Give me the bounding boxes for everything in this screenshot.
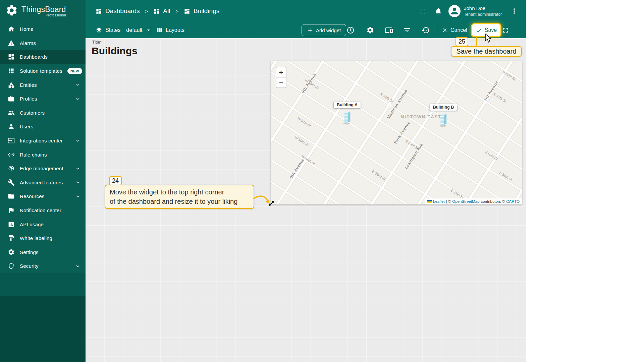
notifications-bell-icon[interactable] — [434, 7, 442, 15]
layouts-columns-icon — [156, 27, 163, 34]
dashboard-canvas: Title* Buildings W 55th St W 51st St W 5… — [86, 38, 526, 362]
map-widget[interactable]: W 55th St W 51st St W 50th St W 49th St … — [271, 61, 522, 204]
sidebar-item-label: Customers — [20, 110, 81, 116]
sidebar-item-dashboards[interactable]: Dashboards — [0, 50, 86, 64]
breadcrumb-dashboards[interactable]: Dashboards — [96, 7, 140, 15]
step-24-badge: 24 — [109, 176, 122, 185]
chevron-down-icon — [75, 138, 81, 144]
filter-icon[interactable] — [403, 26, 411, 34]
check-icon — [476, 27, 482, 34]
step-25-connector-line — [476, 36, 477, 47]
dashboards-icon — [96, 8, 102, 14]
brand-text: ThingsBoard Professional — [21, 5, 66, 17]
states-selector[interactable]: States default — [96, 27, 152, 34]
sidebar-item-users[interactable]: Users — [0, 120, 86, 134]
sidebar-item-customers[interactable]: Customers — [0, 106, 86, 120]
dashboard-title[interactable]: Buildings — [92, 45, 138, 57]
layouts-button[interactable]: Layouts — [156, 27, 184, 34]
warning-icon — [7, 39, 15, 47]
chevron-down-icon — [75, 179, 81, 185]
step-25-callout: Save the dashboard — [451, 46, 522, 57]
thingsboard-app: ThingsBoard Professional Home Alarms Das… — [0, 0, 526, 362]
brand-logo[interactable]: ThingsBoard Professional — [0, 0, 86, 22]
dashboards-icon — [184, 8, 190, 14]
zoom-out-button[interactable]: − — [276, 77, 286, 87]
step-24-text-line1: Move the widget to the top right corner — [110, 187, 249, 197]
edge-antenna-icon — [7, 165, 15, 172]
save-label: Save — [485, 27, 497, 33]
fullscreen-icon[interactable] — [419, 7, 427, 15]
toolbar-divider — [150, 26, 150, 35]
building-icon — [341, 109, 353, 125]
dashboards-icon — [153, 8, 160, 14]
sidebar-item-integrations-center[interactable]: Integrations center — [0, 134, 86, 148]
chevron-down-icon — [75, 166, 81, 172]
sidebar-item-alarms[interactable]: Alarms — [0, 36, 86, 50]
sidebar-item-api-usage[interactable]: API usage — [0, 217, 86, 231]
sidebar-item-label: White labeling — [20, 235, 81, 241]
step-24-text-line2: of the dashboard and resize it to your l… — [110, 197, 249, 206]
sidebar-item-label: Entities — [20, 82, 70, 88]
sidebar-item-edge-management[interactable]: Edge management — [0, 162, 86, 176]
sidebar-item-label: Solution templates — [20, 68, 62, 74]
chevron-down-icon — [75, 96, 81, 102]
marker-label: Building B — [430, 104, 457, 111]
dashboard-settings-gear-icon[interactable] — [366, 26, 374, 34]
breadcrumb-all[interactable]: All — [153, 7, 170, 15]
person-icon — [449, 6, 460, 16]
sidebar-item-rule-chains[interactable]: Rule chains — [0, 147, 86, 162]
step-24-callout: Move the widget to the top right corner … — [105, 185, 254, 209]
zoom-in-button[interactable]: + — [276, 67, 286, 77]
map-attribution: Leaflet | © OpenStreetMap contributors ©… — [425, 198, 522, 204]
leaflet-link[interactable]: Leaflet — [433, 199, 445, 203]
ukraine-flag-icon — [427, 200, 432, 203]
sidebar-item-label: Dashboards — [20, 54, 81, 60]
expand-fullscreen-icon[interactable] — [501, 26, 509, 34]
states-label: States — [105, 27, 120, 33]
map-canvas[interactable]: W 55th St W 51st St W 50th St W 49th St … — [271, 61, 522, 204]
version-history-icon[interactable] — [422, 26, 430, 34]
sidebar-item-notification-center[interactable]: Notification center — [0, 203, 86, 218]
sidebar-item-label: API usage — [20, 222, 81, 227]
user-avatar[interactable] — [448, 5, 461, 17]
carto-link[interactable]: CARTO — [506, 199, 520, 203]
user-info: John Doe Tenant administrator — [464, 5, 502, 17]
sidebar-item-advanced-features[interactable]: Advanced features — [0, 176, 86, 190]
sidebar-item-label: Settings — [20, 249, 81, 255]
map-marker-building-a[interactable]: Building A — [334, 102, 361, 125]
sidebar-item-label: Alarms — [20, 40, 81, 46]
sidebar-footer — [0, 273, 86, 362]
caret-down-icon — [145, 27, 152, 34]
layers-icon — [96, 27, 102, 34]
shield-icon — [7, 262, 15, 270]
new-badge: NEW — [67, 68, 82, 74]
openstreetmap-link[interactable]: OpenStreetMap — [452, 199, 479, 203]
add-widget-button[interactable]: Add widget — [302, 24, 346, 36]
sidebar-item-label: Security — [20, 263, 70, 269]
sidebar-item-entities[interactable]: Entities — [0, 78, 86, 92]
map-marker-building-b[interactable]: Building B — [430, 104, 457, 127]
breadcrumb-label: Dashboards — [105, 7, 140, 15]
dashboards-icon — [7, 53, 15, 61]
sidebar-item-home[interactable]: Home — [0, 22, 86, 36]
breadcrumb-buildings[interactable]: Buildings — [184, 7, 219, 15]
plus-icon — [307, 27, 313, 34]
breadcrumb-separator: > — [175, 8, 178, 14]
sidebar-item-resources[interactable]: Resources — [0, 189, 86, 203]
sidebar-item-solution-templates[interactable]: Solution templates NEW — [0, 64, 86, 78]
chevron-down-icon — [75, 193, 81, 199]
top-header-bar: Dashboards > All > Buildings John Doe Te… — [86, 0, 526, 22]
sidebar-item-white-labeling[interactable]: White labeling — [0, 231, 86, 245]
sidebar-item-label: Edge management — [20, 166, 70, 171]
cancel-button[interactable]: Cancel — [442, 27, 467, 33]
more-vert-icon[interactable] — [510, 7, 518, 15]
sidebar-item-security[interactable]: Security — [0, 259, 86, 273]
sidebar-item-profiles[interactable]: Profiles — [0, 92, 86, 106]
callout-arrow — [253, 194, 272, 206]
sidebar-item-settings[interactable]: Settings — [0, 245, 86, 259]
building-icon — [438, 112, 449, 127]
time-window-clock-icon[interactable] — [346, 26, 355, 34]
dashboard-toolbar: States default Layouts Add widget Cancel… — [86, 22, 526, 38]
manage-layouts-devices-icon[interactable] — [385, 26, 393, 34]
mouse-cursor — [484, 33, 492, 43]
